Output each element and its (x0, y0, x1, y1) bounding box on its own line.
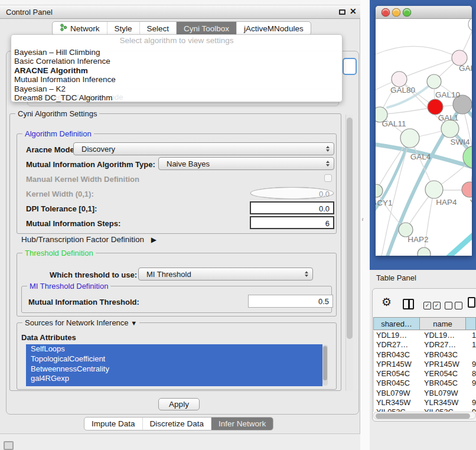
tab-jactivemnodules[interactable]: jActiveMNodules (236, 22, 311, 35)
dpi-tolerance-label: DPI Tolerance [0,1]: (26, 204, 97, 213)
table-horizontal-scrollbar-thumb[interactable] (376, 413, 470, 419)
settings-scrollbar[interactable] (345, 115, 353, 391)
column-header-shared-name[interactable]: shared… (374, 318, 420, 330)
panel-splitter[interactable]: ~ (360, 0, 370, 450)
hub-definition-toggle[interactable]: Hub/Transcription Factor Definition ▶ (21, 235, 157, 244)
network-tab-icon (60, 24, 67, 33)
list-item[interactable]: gal4RGexp (26, 374, 322, 384)
close-traffic-light[interactable] (382, 8, 390, 17)
network-node[interactable] (468, 19, 472, 31)
node-label: SWI4 (450, 138, 470, 146)
network-canvas[interactable]: GAL GAL80 GAL10 GAL1 GAL11 SWI4 GAL4 GCY… (376, 19, 472, 256)
app-screen: Control Panel ✕ Network Style Select Cyn… (0, 0, 476, 450)
splitter-handle[interactable]: ~ (359, 218, 366, 221)
tab-select[interactable]: Select (139, 22, 177, 35)
minimized-panel-icon[interactable] (4, 441, 14, 450)
mi-type-value: Naive Bayes (167, 159, 210, 168)
show-columns-icon[interactable]: ✓ ✓ (423, 302, 441, 309)
column-header-name[interactable]: name (420, 318, 466, 330)
list-scrollbar[interactable] (322, 345, 328, 386)
table-row[interactable]: YER054CYER054C8. (374, 369, 476, 379)
hidden-combo-focus-fragment (343, 58, 357, 75)
mi-threshold-definition-legend: MI Threshold Definition (27, 282, 110, 291)
node-label: GAL4 (410, 152, 431, 161)
network-node[interactable] (376, 184, 383, 197)
dropdown-item[interactable]: Basic Correlation Inference (11, 57, 342, 66)
node-label: GAL (459, 64, 472, 73)
hide-columns-icon[interactable] (445, 302, 462, 309)
network-node[interactable] (462, 182, 472, 197)
document-icon[interactable] (468, 297, 475, 308)
mi-steps-field[interactable]: 6 (250, 216, 334, 229)
node-label: Y (470, 198, 472, 207)
tab-infer-network[interactable]: Infer Network (211, 418, 273, 430)
table-row[interactable]: YBR043CYBR043C (374, 350, 476, 360)
minimize-traffic-light[interactable] (392, 8, 400, 17)
zoom-traffic-light[interactable] (403, 8, 411, 17)
dropdown-item[interactable]: Bayesian – Hill Climbing (11, 48, 342, 57)
table-body: YDL19…YDL19…13 YDR27…YDR27…12 YBR043CYBR… (373, 331, 476, 412)
tab-style[interactable]: Style (107, 22, 139, 35)
which-threshold-label: Which threshold to use: (50, 270, 137, 279)
highlighted-edge (444, 231, 472, 256)
control-panel-bottom-tabs: Impute Data Discretize Data Infer Networ… (84, 417, 273, 431)
network-window-titlebar[interactable] (376, 6, 472, 19)
table-row[interactable]: YIL053CYIL053C9 (374, 407, 476, 412)
network-node-selected[interactable] (428, 99, 443, 115)
manual-kernel-checkbox[interactable] (324, 174, 332, 182)
aracne-mode-select[interactable]: Discovery (73, 142, 334, 155)
manual-kernel-label: Manual Kernel Width Definition (26, 175, 139, 184)
aracne-mode-value: Discovery (81, 145, 115, 154)
table-row[interactable]: YBL079WYBL079W (374, 389, 476, 398)
table-horizontal-scrollbar[interactable] (373, 412, 476, 419)
which-threshold-select[interactable]: MI Threshold (138, 268, 313, 281)
list-item[interactable]: TopologicalCoefficient (26, 354, 322, 364)
network-node[interactable] (425, 181, 443, 198)
dpi-tolerance-field[interactable]: 0.0 (250, 201, 334, 214)
settings-scrollbar-thumb[interactable] (347, 118, 353, 339)
algorithm-definition-legend: Algorithm Definition (22, 129, 94, 138)
node-label: HAP2 (407, 235, 428, 244)
network-node[interactable] (441, 120, 459, 138)
dropdown-item[interactable]: ARACNE Algorithm (11, 66, 342, 75)
dropdown-item[interactable]: Bayesian – K2 (11, 84, 342, 93)
split-panel-icon[interactable] (403, 299, 414, 309)
kernel-width-field[interactable]: 0.0 (250, 187, 334, 199)
list-item[interactable]: SelfLoops (26, 344, 322, 354)
control-panel-titlebar: Control Panel (0, 5, 360, 19)
network-node[interactable] (427, 74, 441, 89)
column-header-extra[interactable] (466, 318, 475, 330)
mi-type-select[interactable]: Naive Bayes (158, 157, 334, 170)
mi-threshold-field[interactable]: 0.5 (248, 295, 333, 308)
node-label: GAL80 (390, 86, 415, 94)
kernel-width-label: Kernel Width (0,1): (26, 190, 94, 198)
dropdown-item[interactable]: Mutual Information Inference (11, 75, 342, 84)
control-panel-title: Control Panel (6, 8, 53, 17)
float-window-icon[interactable] (339, 9, 345, 15)
table-row[interactable]: YPR145WYPR145W9. (374, 360, 476, 369)
combo-arrows-icon (305, 271, 309, 277)
tab-cyni-toolbox[interactable]: Cyni Toolbox (176, 22, 236, 35)
apply-button[interactable]: Apply (158, 398, 200, 410)
table-row[interactable]: YDR27…YDR27…12 (374, 340, 476, 350)
table-row[interactable]: YDL19…YDL19…13 (374, 331, 476, 340)
network-node[interactable] (392, 71, 407, 87)
close-icon[interactable]: ✕ (350, 6, 357, 16)
data-attributes-list: SelfLoops TopologicalCoefficient Between… (26, 344, 322, 386)
network-node[interactable] (400, 129, 419, 148)
node-label: GCY1 (376, 198, 392, 207)
node-label: GAL10 (435, 90, 460, 99)
table-row[interactable]: YBR045CYBR045C9. (374, 379, 476, 388)
network-node[interactable] (418, 247, 431, 256)
table-row[interactable]: YLR345WYLR345W9. (374, 398, 476, 407)
aracne-mode-label: Aracne Mode: (26, 145, 77, 154)
gear-icon[interactable]: ⚙ (382, 295, 392, 309)
tab-impute-data[interactable]: Impute Data (84, 418, 142, 430)
list-scrollbar-thumb[interactable] (323, 346, 327, 380)
node-label: GAL11 (382, 119, 406, 128)
data-attributes-label: Data Attributes (21, 333, 76, 342)
tab-network[interactable]: Network (53, 22, 107, 35)
list-item[interactable]: BetweennessCentrality (26, 364, 322, 374)
tab-discretize-data[interactable]: Discretize Data (142, 418, 211, 430)
sources-legend[interactable]: Sources for Network Inference ▼ (22, 318, 139, 327)
